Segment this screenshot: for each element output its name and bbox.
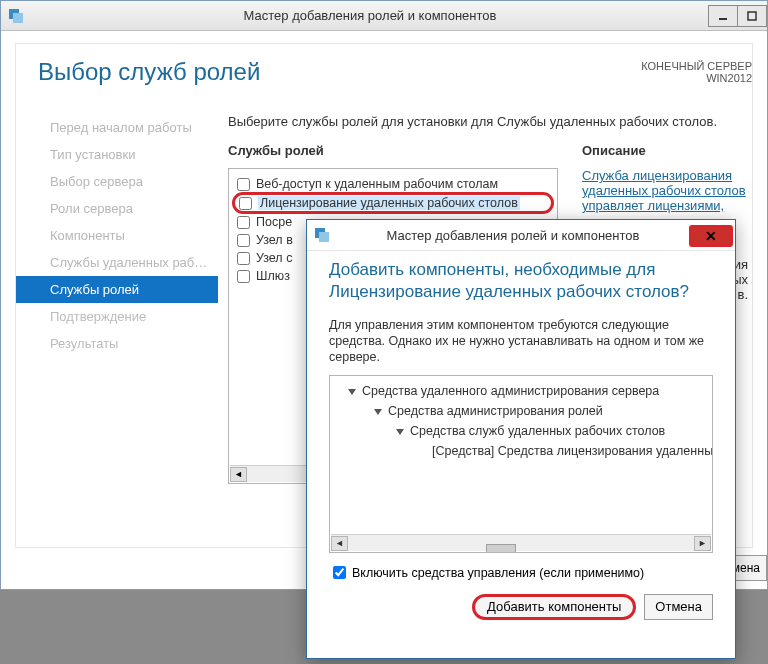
- nav-step: Подтверждение: [16, 303, 218, 330]
- role-checkbox[interactable]: [237, 234, 250, 247]
- dialog-titlebar: Мастер добавления ролей и компонентов ✕: [307, 220, 735, 250]
- nav-step[interactable]: Перед началом работы: [16, 114, 218, 141]
- role-item[interactable]: Лицензирование удаленных рабочих столов: [232, 192, 554, 214]
- role-checkbox[interactable]: [239, 197, 252, 210]
- dialog-cancel-button[interactable]: Отмена: [644, 594, 713, 620]
- dialog-message: Для управления этим компонентом требуютс…: [329, 317, 713, 365]
- window-title: Мастер добавления ролей и компонентов: [31, 8, 709, 23]
- nav-step[interactable]: Компоненты: [16, 222, 218, 249]
- roles-header: Службы ролей: [228, 143, 558, 158]
- nav-step[interactable]: Службы ролей: [16, 276, 218, 303]
- role-checkbox[interactable]: [237, 252, 250, 265]
- role-label: Узел в: [256, 233, 293, 247]
- scroll-left-icon[interactable]: ◄: [230, 467, 247, 482]
- add-features-dialog: Мастер добавления ролей и компонентов ✕ …: [306, 219, 736, 659]
- nav-step[interactable]: Роли сервера: [16, 195, 218, 222]
- role-label: Узел с: [256, 251, 292, 265]
- dialog-hscrollbar[interactable]: ◄ ►: [331, 534, 711, 551]
- dialog-buttons: Добавить компоненты Отмена: [329, 594, 713, 620]
- tree-node[interactable]: Средства служб удаленных рабочих столов: [336, 424, 706, 438]
- nav-step: Результаты: [16, 330, 218, 357]
- role-checkbox[interactable]: [237, 178, 250, 191]
- role-label: Шлюз: [256, 269, 290, 283]
- minimize-button[interactable]: [708, 5, 738, 27]
- description-link[interactable]: Служба лицензирования удаленных рабочих …: [582, 168, 746, 213]
- tree-node[interactable]: [Средства] Средства лицензирования удале…: [336, 444, 706, 458]
- scroll-thumb[interactable]: [486, 544, 516, 553]
- description-header: Описание: [582, 143, 748, 158]
- tree-node[interactable]: Средства администрирования ролей: [336, 404, 706, 418]
- dialog-app-icon: [307, 227, 337, 243]
- page-heading: Выбор служб ролей: [38, 58, 260, 86]
- role-label: Посре: [256, 215, 292, 229]
- role-label: Лицензирование удаленных рабочих столов: [258, 196, 520, 210]
- dialog-heading: Добавить компоненты, необходимые для Лиц…: [329, 259, 713, 303]
- scroll-right-icon[interactable]: ►: [694, 536, 711, 551]
- include-tools-input[interactable]: [333, 566, 346, 579]
- svg-rect-2: [719, 18, 727, 20]
- role-checkbox[interactable]: [237, 270, 250, 283]
- dialog-title: Мастер добавления ролей и компонентов: [337, 228, 689, 243]
- dialog-body: Добавить компоненты, необходимые для Лиц…: [307, 250, 735, 628]
- add-features-button[interactable]: Добавить компоненты: [472, 594, 636, 620]
- expand-icon[interactable]: [348, 389, 356, 395]
- include-tools-label: Включить средства управления (если приме…: [352, 566, 644, 580]
- nav-step[interactable]: Тип установки: [16, 141, 218, 168]
- app-icon: [1, 8, 31, 24]
- svg-rect-3: [748, 12, 756, 20]
- dialog-tree[interactable]: Средства удаленного администрирования се…: [329, 375, 713, 553]
- window-buttons: [709, 5, 767, 27]
- role-item[interactable]: Веб-доступ к удаленным рабочим столам: [233, 175, 553, 193]
- role-label: Веб-доступ к удаленным рабочим столам: [256, 177, 498, 191]
- expand-icon[interactable]: [374, 409, 382, 415]
- nav-step[interactable]: Выбор сервера: [16, 168, 218, 195]
- instruction-text: Выберите службы ролей для установки для …: [228, 114, 748, 129]
- target-server-label: КОНЕЧНЫЙ СЕРВЕР WIN2012: [641, 60, 752, 84]
- svg-rect-5: [319, 232, 329, 242]
- role-checkbox[interactable]: [237, 216, 250, 229]
- dialog-close-button[interactable]: ✕: [689, 225, 733, 247]
- expand-icon[interactable]: [396, 429, 404, 435]
- nav-step[interactable]: Службы удаленных рабо...: [16, 249, 218, 276]
- svg-rect-1: [13, 13, 23, 23]
- include-tools-checkbox[interactable]: Включить средства управления (если приме…: [329, 563, 713, 582]
- nav-steps: Перед началом работыТип установкиВыбор с…: [16, 114, 218, 547]
- scroll-left-icon[interactable]: ◄: [331, 536, 348, 551]
- maximize-button[interactable]: [737, 5, 767, 27]
- titlebar: Мастер добавления ролей и компонентов: [1, 1, 767, 31]
- tree-node[interactable]: Средства удаленного администрирования се…: [336, 384, 706, 398]
